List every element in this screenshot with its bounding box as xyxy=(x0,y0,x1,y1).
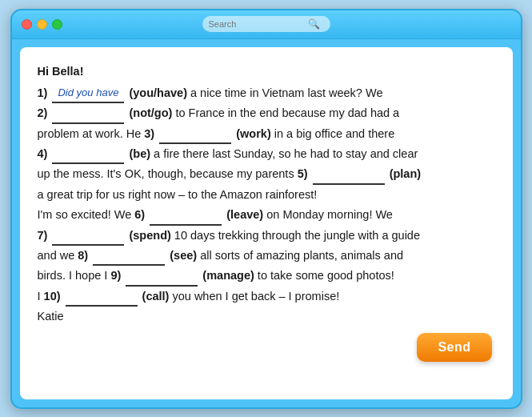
number-8: 8) xyxy=(78,249,88,262)
line-9: and we 8) (see) all sorts of amazing pla… xyxy=(38,246,495,266)
blank-9[interactable] xyxy=(126,267,198,287)
hint-8: (see) xyxy=(170,249,197,262)
number-7: 7) xyxy=(38,229,48,242)
number-10: 10) xyxy=(44,290,61,303)
letter-body: Hi Bella! 1) Did you have (you/have) a n… xyxy=(38,62,495,327)
content-area: Hi Bella! 1) Did you have (you/have) a n… xyxy=(20,47,513,399)
blank-10[interactable] xyxy=(66,287,138,307)
line-10: birds. I hope I 9) (manage) to take some… xyxy=(38,266,495,286)
line-6: a great trip for us right now – to the A… xyxy=(38,185,495,205)
send-button-area: Send xyxy=(38,333,495,362)
app-window: 🔍 Hi Bella! 1) Did you have (you/have) a… xyxy=(10,9,522,409)
hint-1: (you/have) xyxy=(129,86,187,99)
number-3: 3) xyxy=(144,127,154,140)
blank-3[interactable] xyxy=(159,124,231,144)
title-bar: 🔍 xyxy=(12,10,521,39)
blank-6[interactable] xyxy=(150,206,222,226)
number-2: 2) xyxy=(38,106,48,119)
blank-7[interactable] xyxy=(52,226,124,246)
hint-3: (work) xyxy=(236,127,271,140)
text-11a: I xyxy=(38,290,44,303)
hint-7: (spend) xyxy=(129,229,170,242)
blank-4[interactable] xyxy=(52,145,124,165)
line-8: 7) (spend) 10 days trekking through the … xyxy=(38,226,495,246)
close-button[interactable] xyxy=(22,19,32,30)
text-2: to France in the end because my dad had … xyxy=(175,106,399,119)
line-4: 4) (be) a fire there last Sunday, so he … xyxy=(38,144,495,164)
sign-off: Katie xyxy=(38,307,495,327)
text-3b: in a big office and there xyxy=(274,127,394,140)
hint-9: (manage) xyxy=(202,269,254,282)
text-7b: on Monday morning! We xyxy=(266,208,393,221)
blank-2[interactable] xyxy=(52,104,124,124)
text-4: a fire there last Sunday, so he had to s… xyxy=(154,147,418,160)
hint-6: (leave) xyxy=(226,208,263,221)
number-1: 1) xyxy=(38,86,48,99)
number-5: 5) xyxy=(298,167,308,180)
send-button[interactable]: Send xyxy=(417,333,491,362)
minimize-button[interactable] xyxy=(37,19,47,30)
text-11b: you when I get back – I promise! xyxy=(172,290,339,303)
text-5a: up the mess. It's OK, though, because my… xyxy=(38,167,298,180)
line-11: I 10) (call) you when I get back – I pro… xyxy=(38,287,495,307)
text-1: a nice time in Vietnam last week? We xyxy=(190,86,382,99)
search-bar[interactable]: 🔍 xyxy=(202,16,330,32)
blank-5[interactable] xyxy=(313,165,385,185)
text-7a: I'm so excited! We xyxy=(38,208,135,221)
line-2: 2) (not/go) to France in the end because… xyxy=(38,103,495,123)
search-input[interactable] xyxy=(209,19,305,29)
line-3: problem at work. He 3) (work) in a big o… xyxy=(38,124,495,144)
line-5: up the mess. It's OK, though, because my… xyxy=(38,164,495,184)
hint-4: (be) xyxy=(129,147,150,160)
number-6: 6) xyxy=(134,208,145,221)
maximize-button[interactable] xyxy=(52,19,62,30)
text-8: 10 days trekking through the jungle with… xyxy=(174,229,420,242)
greeting: Hi Bella! xyxy=(38,62,495,82)
traffic-lights xyxy=(22,19,62,30)
hint-2: (not/go) xyxy=(129,106,172,119)
line-1: 1) Did you have (you/have) a nice time i… xyxy=(38,83,495,103)
text-10b: to take some good photos! xyxy=(258,269,394,282)
line-7: I'm so excited! We 6) (leave) on Monday … xyxy=(38,205,495,225)
search-icon: 🔍 xyxy=(308,18,320,30)
text-3a: problem at work. He xyxy=(38,127,145,140)
number-4: 4) xyxy=(38,147,48,160)
text-6: a great trip for us right now – to the A… xyxy=(38,188,318,201)
blank-1[interactable]: Did you have xyxy=(52,84,124,104)
text-9b: all sorts of amazing plants, animals and xyxy=(200,249,403,262)
text-10a: birds. I hope I xyxy=(38,269,111,282)
number-9: 9) xyxy=(110,269,121,282)
hint-5: (plan) xyxy=(390,167,421,180)
hint-10: (call) xyxy=(142,290,170,303)
text-9a: and we xyxy=(38,249,78,262)
blank-8[interactable] xyxy=(93,247,165,267)
